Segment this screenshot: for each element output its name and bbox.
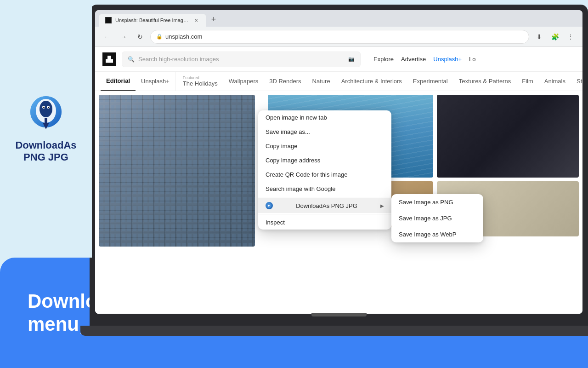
image-grid: Open image in new tab Save image as... C… [95,91,582,314]
tab-title: Unsplash: Beautiful Free Images & Photos [115,17,189,23]
download-button[interactable]: ⬇ [533,30,546,43]
submenu: Save Image as PNG Save Image as JPG Save… [391,194,483,242]
context-menu-item-copy[interactable]: Copy image [258,139,391,153]
logo-panel: DownloadAs PNG JPG [0,0,92,258]
reload-button[interactable]: ↻ [134,30,147,43]
context-menu-item-save[interactable]: Save image as... [258,125,391,139]
url-text: unsplash.com [165,33,202,40]
submenu-arrow-icon: ▶ [380,203,384,208]
new-tab-button[interactable]: + [207,13,220,26]
context-menu-item-search-google[interactable]: Search image with Google [258,182,391,196]
header-nav-links: Explore Advertise Unsplash+ Lo [373,56,476,63]
dark-building-image[interactable] [437,95,579,178]
laptop: Unsplash: Beautiful Free Images & Photos… [90,5,588,336]
nav-unsplash-plus[interactable]: Unsplash+ [433,56,462,63]
unsplash-header: 🔍 Search high-resolution images 📷 Explor… [95,47,582,72]
svg-rect-5 [45,118,47,125]
search-icon: 🔍 [128,56,135,63]
browser-window: Unsplash: Beautiful Free Images & Photos… [95,10,582,314]
nav-advertise[interactable]: Advertise [401,56,426,63]
svg-point-9 [48,107,49,108]
forward-button[interactable]: → [117,30,130,43]
unsplash-page: 🔍 Search high-resolution images 📷 Explor… [95,47,582,314]
context-menu: Open image in new tab Save image as... C… [258,110,391,230]
unsplash-logo-inner [106,56,113,63]
nav-login[interactable]: Lo [469,56,475,63]
nav-featured[interactable]: Featured The Holidays [175,72,223,91]
submenu-item-png[interactable]: Save Image as PNG [391,194,483,210]
laptop-base [80,326,588,336]
nav-unsplash-plus-tab[interactable]: Unsplash+ [136,72,175,91]
image-column-1 [99,95,264,310]
featured-label: Featured [183,75,199,80]
nav-explore[interactable]: Explore [373,56,394,63]
laptop-hinge [311,313,367,316]
building-grid-svg [99,95,255,247]
building-image[interactable] [99,95,255,247]
nav-architecture[interactable]: Architecture & Interiors [336,72,407,91]
tab-favicon [105,17,112,23]
context-menu-divider [258,197,391,197]
extension-button[interactable]: 🧩 [548,30,561,43]
nav-film[interactable]: Film [516,72,539,91]
context-menu-item-open[interactable]: Open image in new tab [258,110,391,125]
app-logo-icon [25,94,67,136]
search-placeholder: Search high-resolution images [138,56,219,63]
unsplash-logo [102,52,116,66]
submenu-item-jpg[interactable]: Save Image as JPG [391,210,483,226]
browser-toolbar: ← → ↻ 🔒 unsplash.com ⬇ 🧩 ⋮ [95,27,582,47]
toolbar-actions: ⬇ 🧩 ⋮ [533,30,577,43]
app-title: DownloadAs PNG JPG [15,139,76,164]
address-bar[interactable]: 🔒 unsplash.com [150,30,529,44]
browser-tab-active[interactable]: Unsplash: Beautiful Free Images & Photos… [99,14,206,27]
search-bar[interactable]: 🔍 Search high-resolution images 📷 [122,52,361,67]
nav-street-photography[interactable]: Street Photography [571,72,582,91]
nav-textures[interactable]: Textures & Patterns [453,72,516,91]
unsplash-favicon [106,17,111,23]
laptop-body: Unsplash: Beautiful Free Images & Photos… [90,5,588,327]
nav-3d-renders[interactable]: 3D Renders [264,72,306,91]
lock-icon: 🔒 [156,34,163,40]
unsplash-category-nav: Editorial Unsplash+ Featured The Holiday… [95,72,582,91]
laptop-screen: Unsplash: Beautiful Free Images & Photos… [95,10,582,314]
nav-experimental[interactable]: Experimental [407,72,453,91]
svg-rect-13 [99,95,255,247]
back-button[interactable]: ← [101,30,113,43]
context-menu-item-inspect[interactable]: Inspect [258,215,391,230]
context-menu-item-qr[interactable]: Create QR Code for this image [258,167,391,182]
nav-editorial[interactable]: Editorial [101,72,136,91]
svg-point-3 [40,101,52,117]
more-button[interactable]: ⋮ [564,30,577,43]
extension-svg-icon [267,203,271,208]
browser-tabs-bar: Unsplash: Beautiful Free Images & Photos… [95,10,582,27]
nav-nature[interactable]: Nature [307,72,336,91]
nav-wallpapers[interactable]: Wallpapers [223,72,264,91]
nav-animals[interactable]: Animals [539,72,571,91]
context-menu-item-copy-address[interactable]: Copy image address [258,153,391,167]
search-camera-icon: 📷 [348,56,355,62]
context-menu-divider-2 [258,214,391,214]
submenu-item-webp[interactable]: Save Image as WebP [391,226,483,242]
svg-point-8 [43,107,45,108]
extension-icon [266,202,273,209]
tab-close-button[interactable]: ✕ [192,17,200,24]
context-menu-item-downloadas[interactable]: DownloadAs PNG JPG ▶ [258,198,391,213]
